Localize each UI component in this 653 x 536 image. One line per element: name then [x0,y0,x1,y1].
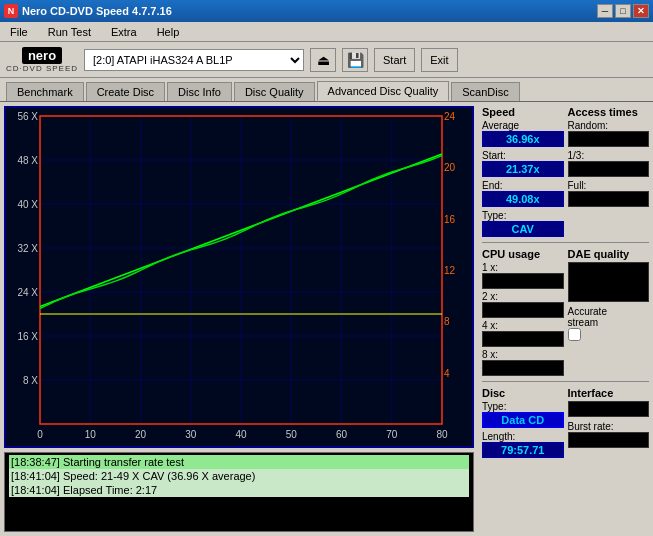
tab-benchmark[interactable]: Benchmark [6,82,84,101]
dae-title: DAE quality [568,248,650,260]
speed-title: Speed [482,106,564,118]
tab-advanced-disc-quality[interactable]: Advanced Disc Quality [317,81,450,101]
nero-logo: nero [22,47,62,64]
speed-average-value: 36.96x [482,131,564,147]
log-area[interactable]: [18:38:47] Starting transfer rate test [… [4,452,474,532]
minimize-button[interactable]: ─ [597,4,613,18]
access-full-label: Full: [568,180,650,191]
drive-select[interactable]: [2:0] ATAPI iHAS324 A BL1P [84,49,304,71]
title-bar: N Nero CD-DVD Speed 4.7.7.16 ─ □ ✕ [0,0,653,22]
disc-type-label: Type: [482,401,564,412]
cpu-1x-value [482,273,564,289]
interface-section: Interface Burst rate: [568,387,650,458]
access-section: Access times Random: 1/3: Full: [568,106,650,237]
accurate-section: Accurate stream [568,306,650,341]
app-icon: N [4,4,18,18]
maximize-button[interactable]: □ [615,4,631,18]
accurate-checkbox[interactable] [568,328,581,341]
log-entry-0: [18:38:47] Starting transfer rate test [9,455,469,469]
menu-run-test[interactable]: Run Test [42,24,97,40]
chart-canvas [6,108,472,446]
dae-section: DAE quality Accurate stream [568,248,650,376]
access-onethird-value [568,161,650,177]
tab-bar: Benchmark Create Disc Disc Info Disc Qua… [0,78,653,102]
burst-label: Burst rate: [568,421,650,432]
window-title: Nero CD-DVD Speed 4.7.7.16 [22,5,172,17]
speed-end-label: End: [482,180,564,191]
log-entry-1: [18:41:04] Speed: 21-49 X CAV (36.96 X a… [9,469,469,483]
cpu-4x-value [482,331,564,347]
cpu-2x-value [482,302,564,318]
accurate-subtitle: stream [568,317,650,328]
interface-title: Interface [568,387,650,399]
start-button[interactable]: Start [374,48,415,72]
menu-bar: File Run Test Extra Help [0,22,653,42]
tab-scan-disc[interactable]: ScanDisc [451,82,519,101]
speed-type-label: Type: [482,210,564,221]
access-random-value [568,131,650,147]
speed-end-value: 49.08x [482,191,564,207]
access-onethird-label: 1/3: [568,150,650,161]
speed-type-value: CAV [482,221,564,237]
access-random-label: Random: [568,120,650,131]
menu-file[interactable]: File [4,24,34,40]
accurate-checkbox-row [568,328,650,341]
title-bar-controls: ─ □ ✕ [597,4,649,18]
cpu-8x-label: 8 x: [482,349,564,360]
access-title: Access times [568,106,650,118]
disc-type-value: Data CD [482,412,564,428]
save-icon-button[interactable]: 💾 [342,48,368,72]
divider-2 [482,381,649,382]
chart-area: [18:38:47] Starting transfer rate test [… [0,102,478,536]
speed-section: Speed Average 36.96x Start: 21.37x End: … [482,106,564,237]
tab-disc-info[interactable]: Disc Info [167,82,232,101]
log-entry-2: [18:41:04] Elapsed Time: 2:17 [9,483,469,497]
cpu-dae-row: CPU usage 1 x: 2 x: 4 x: 8 x: DAE qualit… [482,248,649,376]
disc-section: Disc Type: Data CD Length: 79:57.71 [482,387,564,458]
disc-interface-row: Disc Type: Data CD Length: 79:57.71 Inte… [482,387,649,458]
menu-help[interactable]: Help [151,24,186,40]
nero-logo-block: nero CD·DVD SPEED [6,47,78,73]
disc-length-value: 79:57.71 [482,442,564,458]
disc-title: Disc [482,387,564,399]
speed-start-label: Start: [482,150,564,161]
burst-value [568,432,650,448]
speed-start-value: 21.37x [482,161,564,177]
tab-disc-quality[interactable]: Disc Quality [234,82,315,101]
speed-access-row: Speed Average 36.96x Start: 21.37x End: … [482,106,649,237]
menu-extra[interactable]: Extra [105,24,143,40]
cpu-8x-value [482,360,564,376]
accurate-label: Accurate [568,306,650,317]
dae-quality-value [568,262,650,302]
chart-container [4,106,474,448]
exit-button[interactable]: Exit [421,48,457,72]
right-panel: Speed Average 36.96x Start: 21.37x End: … [478,102,653,536]
eject-icon-button[interactable]: ⏏ [310,48,336,72]
interface-value [568,401,650,417]
tab-create-disc[interactable]: Create Disc [86,82,165,101]
close-button[interactable]: ✕ [633,4,649,18]
access-full-value [568,191,650,207]
cpu-1x-label: 1 x: [482,262,564,273]
cpu-4x-label: 4 x: [482,320,564,331]
speed-average-label: Average [482,120,564,131]
main-content: [18:38:47] Starting transfer rate test [… [0,102,653,536]
disc-length-label: Length: [482,431,564,442]
toolbar: nero CD·DVD SPEED [2:0] ATAPI iHAS324 A … [0,42,653,78]
cpu-2x-label: 2 x: [482,291,564,302]
cpu-title: CPU usage [482,248,564,260]
divider-1 [482,242,649,243]
cpu-section: CPU usage 1 x: 2 x: 4 x: 8 x: [482,248,564,376]
nero-subtitle: CD·DVD SPEED [6,64,78,73]
